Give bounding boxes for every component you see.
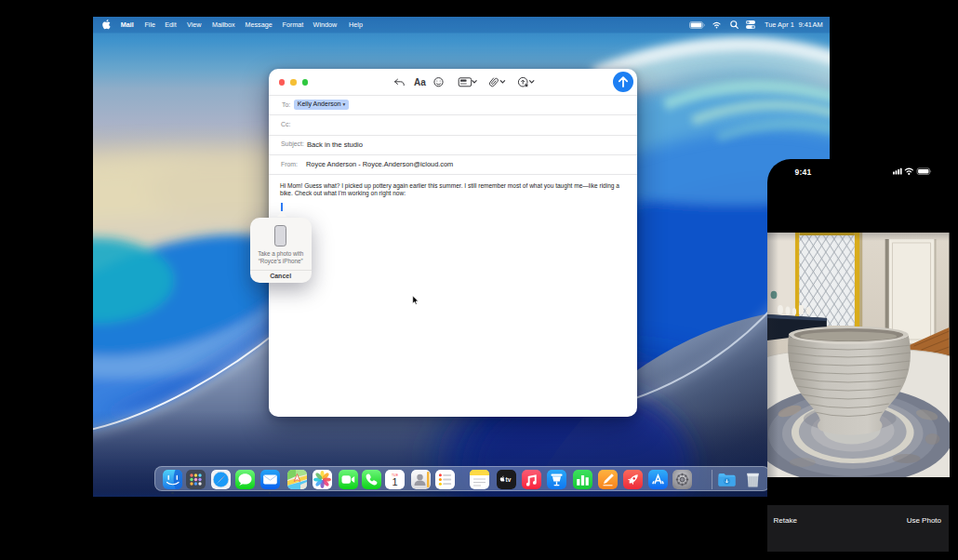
svg-text:tv: tv — [505, 475, 511, 482]
svg-text:Aa: Aa — [414, 77, 426, 87]
svg-text:1: 1 — [392, 476, 397, 487]
